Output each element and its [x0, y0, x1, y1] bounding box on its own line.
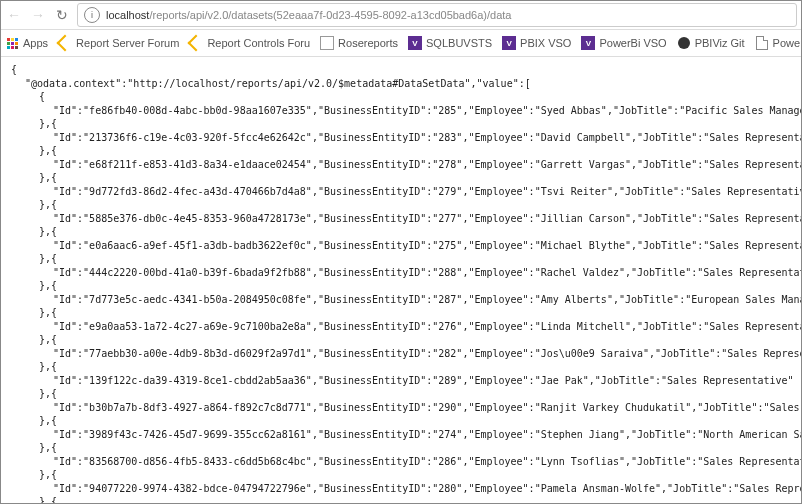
- json-line: "Id":"5885e376-db0c-4e45-8353-960a472817…: [11, 212, 791, 226]
- json-line: {: [11, 90, 791, 104]
- address-host: localhost: [106, 9, 149, 21]
- bookmark-label: PowerBI Wiki: [773, 37, 801, 49]
- json-line: "Id":"fe86fb40-008d-4abc-bb0d-98aa1607e3…: [11, 104, 791, 118]
- back-button[interactable]: ←: [5, 6, 23, 24]
- address-path: /reports/api/v2.0/datasets(52eaaa7f-0d23…: [149, 9, 511, 21]
- json-line: "Id":"139f122c-da39-4319-8ce1-cbdd2ab5aa…: [11, 374, 791, 388]
- bookmark-rosereports[interactable]: Rosereports: [320, 36, 398, 50]
- json-line: },{: [11, 144, 791, 158]
- bookmark-pbiviz-git[interactable]: PBIViz Git: [677, 36, 745, 50]
- bookmark-icon: [755, 36, 769, 50]
- json-line: "Id":"e9a0aa53-1a72-4c27-a69e-9c7100ba2e…: [11, 320, 791, 334]
- bookmark-icon: [320, 36, 334, 50]
- apps-button[interactable]: Apps: [5, 36, 48, 50]
- json-line: "Id":"9d772fd3-86d2-4fec-a43d-470466b7d4…: [11, 185, 791, 199]
- bookmark-icon: V: [408, 36, 422, 50]
- json-line: },{: [11, 225, 791, 239]
- json-line: "Id":"7d773e5c-aedc-4341-b50a-2084950c08…: [11, 293, 791, 307]
- bookmark-icon: V: [581, 36, 595, 50]
- bookmark-pbix-vso[interactable]: VPBIX VSO: [502, 36, 571, 50]
- address-text: localhost/reports/api/v2.0/datasets(52ea…: [106, 9, 511, 21]
- site-info-icon[interactable]: i: [84, 7, 100, 23]
- json-line: "Id":"e68f211f-e853-41d3-8a34-e1daace024…: [11, 158, 791, 172]
- json-line: "Id":"77aebb30-a00e-4db9-8b3d-d6029f2a97…: [11, 347, 791, 361]
- bookmark-icon: V: [502, 36, 516, 50]
- browser-window: ← → ↻ i localhost/reports/api/v2.0/datas…: [0, 0, 802, 504]
- bookmark-label: Report Server Forum: [76, 37, 179, 49]
- json-line: "Id":"444c2220-00bd-41a0-b39f-6bada9f2fb…: [11, 266, 791, 280]
- json-line: },{: [11, 333, 791, 347]
- json-line: "Id":"83568700-d856-4fb5-8433-c6dd5b68c4…: [11, 455, 791, 469]
- bookmark-label: SQLBUVSTS: [426, 37, 492, 49]
- bookmark-label: Rosereports: [338, 37, 398, 49]
- json-line: {: [11, 63, 791, 77]
- bookmark-powerbi-vso[interactable]: VPowerBi VSO: [581, 36, 666, 50]
- bookmarks-bar: Apps Report Server Forum Report Controls…: [1, 30, 801, 57]
- bookmark-label: Report Controls Foru: [207, 37, 310, 49]
- json-line: },{: [11, 117, 791, 131]
- json-line: },{: [11, 495, 791, 503]
- json-line: },{: [11, 252, 791, 266]
- json-line: },{: [11, 387, 791, 401]
- json-line: "Id":"213736f6-c19e-4c03-920f-5fcc4e6264…: [11, 131, 791, 145]
- bookmark-sqlbuvsts[interactable]: VSQLBUVSTS: [408, 36, 492, 50]
- bookmark-report-controls-forum[interactable]: Report Controls Foru: [189, 36, 310, 50]
- json-line: },{: [11, 441, 791, 455]
- json-line: },{: [11, 414, 791, 428]
- bookmark-report-server-forum[interactable]: Report Server Forum: [58, 36, 179, 50]
- response-body: {"@odata.context":"http://localhost/repo…: [1, 57, 801, 503]
- apps-label: Apps: [23, 37, 48, 49]
- json-line: },{: [11, 360, 791, 374]
- json-line: },{: [11, 306, 791, 320]
- reload-button[interactable]: ↻: [53, 6, 71, 24]
- bookmark-label: PBIX VSO: [520, 37, 571, 49]
- nav-toolbar: ← → ↻ i localhost/reports/api/v2.0/datas…: [1, 1, 801, 30]
- json-line: "@odata.context":"http://localhost/repor…: [11, 77, 791, 91]
- json-line: },{: [11, 171, 791, 185]
- json-line: },{: [11, 279, 791, 293]
- bookmark-label: PBIViz Git: [695, 37, 745, 49]
- forward-button[interactable]: →: [29, 6, 47, 24]
- bookmark-icon: [189, 36, 203, 50]
- json-line: },{: [11, 468, 791, 482]
- bookmark-label: PowerBi VSO: [599, 37, 666, 49]
- json-line: "Id":"94077220-9974-4382-bdce-0479472279…: [11, 482, 791, 496]
- json-line: "Id":"b30b7a7b-8df3-4927-a864-f892c7c8d7…: [11, 401, 791, 415]
- apps-icon: [5, 36, 19, 50]
- bookmark-icon: [58, 36, 72, 50]
- json-line: },{: [11, 198, 791, 212]
- bookmark-icon: [677, 36, 691, 50]
- json-line: "Id":"e0a6aac6-a9ef-45f1-a3db-badb3622ef…: [11, 239, 791, 253]
- address-bar[interactable]: i localhost/reports/api/v2.0/datasets(52…: [77, 3, 797, 27]
- bookmark-powerbi-wiki[interactable]: PowerBI Wiki: [755, 36, 801, 50]
- json-line: "Id":"3989f43c-7426-45d7-9699-355cc62a81…: [11, 428, 791, 442]
